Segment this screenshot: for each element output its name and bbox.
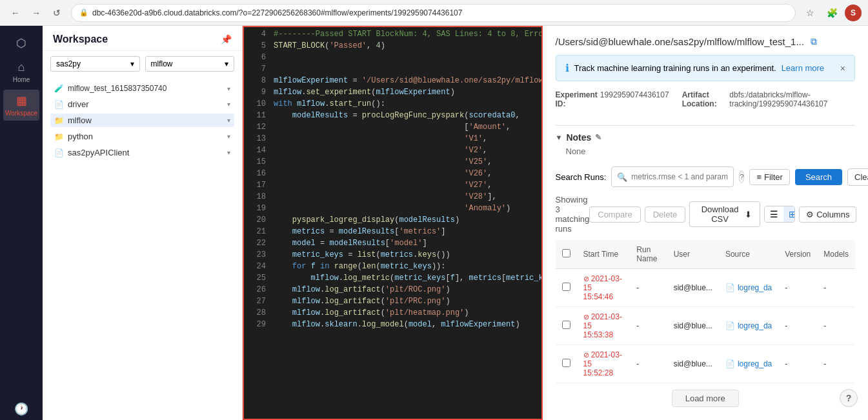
experiment-id-item: Experiment ID: 1992959074436107 — [556, 90, 669, 108]
run-time-1[interactable]: ⊘ 2021-03-15 15:54:46 — [577, 269, 631, 307]
filter-label: Filter — [764, 172, 783, 182]
refresh-button[interactable]: ↺ — [48, 4, 66, 22]
code-line-19: 19 'Anomaly') — [243, 203, 543, 214]
code-line-28: 28 mlflow.log_artifact('plt/heatmap.png'… — [243, 307, 543, 319]
download-csv-button[interactable]: Download CSV ⬇ — [689, 201, 760, 227]
search-input-wrap[interactable]: 🔍 — [611, 166, 734, 187]
code-line-20: 20 pyspark_logreg_display(modelResults) — [243, 214, 543, 226]
run-name-2: - — [630, 307, 667, 345]
row-checkbox-2[interactable] — [562, 321, 570, 329]
help-button[interactable]: ? — [840, 389, 858, 407]
file-mlflow[interactable]: 📁 mlflow ▾ — [50, 114, 234, 127]
forward-button[interactable]: → — [27, 4, 45, 22]
mlflow-test-label: mlflow_test_1615837350740 — [68, 84, 223, 93]
mlflow-test-icon: 🧪 — [54, 84, 64, 93]
search-input[interactable] — [631, 172, 728, 181]
mlflow-dropdown[interactable]: mlflow ▾ — [145, 56, 235, 72]
code-line-14: 14 'V2', — [243, 145, 543, 156]
run-name-3: - — [630, 345, 667, 383]
mlflow-test-row[interactable]: 🧪 mlflow_test_1615837350740 ▾ — [50, 82, 234, 95]
sas2py-dropdown[interactable]: sas2py ▾ — [50, 56, 140, 72]
columns-label: Columns — [816, 210, 849, 219]
sidebar-item-home[interactable]: ⌂ Home — [3, 57, 39, 87]
table-header: Start Time Run Name User Source Version … — [556, 240, 856, 269]
experiment-id-label: Experiment ID: — [556, 90, 598, 108]
workspace-nav: 🧪 mlflow_test_1615837350740 ▾ 📄 driver ▾… — [43, 77, 242, 165]
notes-edit-icon[interactable]: ✎ — [595, 133, 601, 142]
driver-arrow: ▾ — [227, 101, 230, 108]
grid-view-button[interactable]: ⊞ — [783, 206, 795, 222]
code-line-6: 6 — [243, 52, 543, 63]
code-content: 4 #--------Passed START BlockNum: 4, SAS… — [243, 26, 543, 333]
row-checkbox-1[interactable] — [562, 283, 570, 291]
info-banner-close[interactable]: × — [840, 63, 845, 74]
search-icon: 🔍 — [617, 172, 627, 182]
pin-icon[interactable]: 📌 — [221, 34, 232, 45]
columns-button[interactable]: ⚙ Columns — [799, 206, 856, 223]
load-more-button[interactable]: Load more — [672, 390, 739, 407]
sidebar-item-recents[interactable]: 🕐 — [3, 398, 39, 420]
extensions-button[interactable]: 🧩 — [823, 4, 841, 22]
workspace-label: Workspace — [5, 110, 37, 117]
runs-summary-row: Showing 3 matching runs Compare Delete D… — [556, 195, 856, 234]
columns-icon: ⚙ — [806, 210, 814, 219]
run-time-2[interactable]: ⊘ 2021-03-15 15:53:38 — [577, 307, 631, 345]
run-user-3: sid@blue... — [667, 345, 719, 383]
file-python[interactable]: 📁 python ▾ — [50, 130, 234, 143]
dropdowns-row: sas2py ▾ mlflow ▾ — [43, 51, 242, 77]
learn-more-link[interactable]: Learn more — [782, 63, 824, 73]
info-banner: ℹ Track machine learning training runs i… — [556, 55, 856, 81]
code-line-26: 26 mlflow.log_artifact('plt/ROC.png') — [243, 284, 543, 295]
python-arrow: ▾ — [227, 133, 230, 140]
run-source-3[interactable]: 📄logreg_da — [719, 345, 778, 383]
url-text: dbc-4636e20d-a9b6.cloud.databricks.com/?… — [92, 8, 462, 17]
info-icon: ℹ — [565, 62, 569, 74]
bookmark-button[interactable]: ☆ — [801, 4, 819, 22]
notes-section: ▼ Notes ✎ None — [556, 132, 856, 156]
run-version-1: - — [778, 269, 817, 307]
runs-count: Showing 3 matching runs — [556, 195, 590, 234]
code-line-13: 13 'V1', — [243, 133, 543, 145]
filter-button[interactable]: ≡ Filter — [749, 169, 789, 185]
run-source-2[interactable]: 📄logreg_da — [719, 307, 778, 345]
code-editor[interactable]: 4 #--------Passed START BlockNum: 4, SAS… — [243, 26, 543, 420]
delete-button[interactable]: Delete — [645, 206, 686, 223]
clear-button[interactable]: Clear — [847, 168, 868, 186]
file-driver[interactable]: 📄 driver ▾ — [50, 97, 234, 111]
header-models: Models — [817, 240, 855, 269]
mlflow-chevron: ▾ — [225, 59, 228, 68]
copy-icon[interactable]: ⧉ — [811, 36, 817, 47]
meta-row: Experiment ID: 1992959074436107 Artifact… — [556, 90, 856, 108]
browser-actions: ☆ 🧩 S — [801, 4, 862, 22]
row-checkbox-3[interactable] — [562, 359, 570, 367]
table-row: ⊘ 2021-03-15 15:53:38 - sid@blue... 📄log… — [556, 307, 856, 345]
address-bar[interactable]: 🔒 dbc-4636e20d-a9b6.cloud.databricks.com… — [71, 4, 796, 22]
artifact-location-label: Artifact Location: — [682, 90, 727, 108]
header-source: Source — [719, 240, 778, 269]
file-sas2pyapiclient[interactable]: 📄 sas2pyAPIClient ▾ — [50, 146, 234, 159]
sidebar-item-workspace[interactable]: ▦ Workspace — [3, 90, 39, 121]
sidebar-item-databricks[interactable]: ⬡ — [3, 32, 39, 54]
code-line-24: 24 for f in range(len(metric_keys)): — [243, 261, 543, 272]
search-help-icon[interactable]: ? — [739, 170, 744, 183]
notes-collapse-arrow[interactable]: ▼ — [556, 134, 563, 141]
sas2py-file-arrow: ▾ — [227, 149, 230, 156]
code-line-16: 16 'V26', — [243, 168, 543, 179]
list-view-button[interactable]: ☰ — [765, 206, 783, 222]
search-button[interactable]: Search — [795, 169, 842, 185]
header-start-time: Start Time — [577, 240, 631, 269]
run-models-3: - — [817, 345, 855, 383]
driver-name: driver — [68, 99, 223, 109]
select-all-checkbox[interactable] — [562, 249, 570, 257]
compare-button[interactable]: Compare — [589, 206, 640, 223]
run-source-1[interactable]: 📄logreg_da — [719, 269, 778, 307]
sas2py-chevron: ▾ — [130, 59, 134, 68]
table-row: ⊘ 2021-03-15 15:54:46 - sid@blue... 📄log… — [556, 269, 856, 307]
search-runs-label: Search Runs: — [556, 172, 607, 182]
mlflow-arrow: ▾ — [227, 117, 230, 124]
info-text: Track machine learning training runs in … — [574, 63, 776, 73]
run-time-3[interactable]: ⊘ 2021-03-15 15:52:28 — [577, 345, 631, 383]
home-icon: ⌂ — [18, 61, 25, 74]
back-button[interactable]: ← — [6, 4, 25, 22]
notes-title: Notes — [566, 132, 591, 143]
